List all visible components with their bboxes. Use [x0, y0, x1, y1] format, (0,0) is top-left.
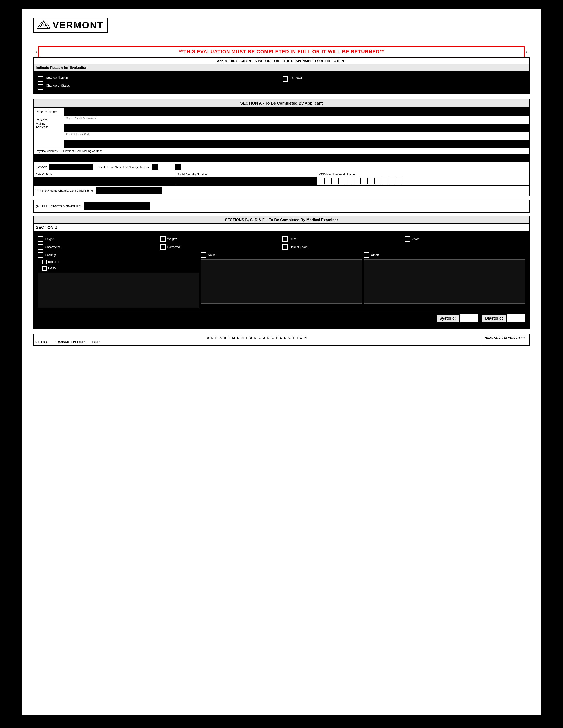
notes-col: Notes:: [201, 252, 362, 308]
responsibility-section: ANY MEDICAL CHARGES INCURRED ARE THE RES…: [33, 57, 530, 94]
patient-name-row: Patient's Name:: [34, 108, 529, 116]
weight-label: Weight:: [167, 237, 177, 241]
uncorrected-label: Uncorrected:: [45, 245, 61, 249]
vt-box-12[interactable]: [396, 178, 402, 184]
dept-right: MEDICAL DATE: MM/DD/YYYY: [481, 334, 529, 345]
pulse-checkbox[interactable]: [283, 236, 288, 242]
corrected-label: Corrected:: [167, 245, 181, 249]
street-placeholder: Street / Road / Box Number: [64, 116, 529, 124]
systolic-group: Systolic:: [437, 314, 478, 322]
reason-item-1: New Application: [38, 76, 280, 82]
dept-fields: RATER #: TRANSACTION TYPE: TYPE:: [35, 340, 479, 344]
vt-box-9[interactable]: [375, 178, 381, 184]
hearing-col: Hearing: Right Ear Left Ear: [38, 252, 199, 308]
hearing-sub-grid: Right Ear Left Ear: [42, 259, 59, 271]
vt-box-2[interactable]: [325, 178, 332, 184]
check-change-box2[interactable]: [175, 164, 181, 170]
logo-container: VERMONT: [33, 18, 107, 33]
vt-box-4[interactable]: [339, 178, 346, 184]
check-change-label: Check If The Above Is A Change To Your:: [98, 165, 150, 169]
reason-label-1: New Application: [46, 76, 68, 79]
reason-grid: New Application Renewal Change of Status: [34, 71, 529, 94]
weight-checkbox[interactable]: [160, 236, 165, 242]
systolic-input[interactable]: [460, 314, 478, 322]
logo-text: VERMONT: [53, 20, 103, 30]
vt-box-8[interactable]: [368, 178, 374, 184]
name-change-input[interactable]: [96, 187, 162, 194]
vt-box-7[interactable]: [360, 178, 367, 184]
arrow-right-icon: ←: [525, 49, 530, 55]
uncorrected-checkbox[interactable]: [38, 244, 43, 250]
right-ear-item: Right Ear: [42, 259, 59, 264]
dob-cell: Date Of Birth: [34, 172, 175, 185]
vision-checkbox[interactable]: [405, 236, 410, 242]
dept-title: D E P A R T M E N T U S E O N L Y S E C …: [35, 336, 479, 340]
gender-row: Gender: Check If The Above Is A Change T…: [34, 162, 529, 172]
address-fields: Street / Road / Box Number City / State …: [64, 116, 529, 148]
right-ear-checkbox[interactable]: [42, 260, 47, 264]
height-label: Height:: [45, 237, 54, 241]
other-field[interactable]: [364, 259, 525, 304]
hearing-checkbox[interactable]: [38, 252, 43, 258]
gender-input[interactable]: [49, 164, 93, 170]
reason-label-3: Change of Status: [46, 84, 70, 87]
checkbox-new-application[interactable]: [38, 76, 43, 82]
dob-input[interactable]: [34, 177, 175, 185]
indicate-reason-header: Indicate Reason for Evaluation: [34, 64, 529, 71]
hearing-item: Hearing:: [38, 252, 199, 258]
gender-cell: Gender:: [34, 162, 95, 172]
corrected-checkbox[interactable]: [160, 244, 165, 250]
height-checkbox[interactable]: [38, 236, 43, 242]
hearing-sub: Right Ear Left Ear: [42, 259, 199, 271]
physical-address-row: Physical Address – If Different From Mai…: [34, 148, 529, 154]
city-input[interactable]: [64, 140, 529, 148]
height-item: Height:: [38, 236, 158, 242]
check-change-box1[interactable]: [152, 164, 158, 170]
section-b-header: SECTIONS B, C, D & E – To Be Completed B…: [33, 216, 530, 223]
vision-label: Vision:: [412, 237, 420, 241]
checkbox-renewal[interactable]: [283, 76, 288, 82]
vt-box-3[interactable]: [332, 178, 339, 184]
checkbox-change-status[interactable]: [38, 84, 43, 90]
section-b-row3: Hearing: Right Ear Left Ear: [38, 252, 525, 308]
notes-checkbox[interactable]: [201, 252, 206, 258]
dob-ssn-vt-row: Date Of Birth Social Security Number VT …: [34, 172, 529, 186]
medical-date-label: MEDICAL DATE: MM/DD/YYYY: [485, 336, 526, 339]
empty-item: [405, 244, 525, 250]
city-placeholder: City / State / Zip Code: [64, 132, 529, 140]
pulse-label: Pulse:: [290, 237, 298, 241]
section-a-form: Patient's Name: Patient'sMailingAddress:…: [33, 108, 530, 196]
hearing-notes-field[interactable]: [38, 273, 199, 308]
diastolic-label: Diastolic:: [482, 315, 506, 322]
field-vision-checkbox[interactable]: [283, 244, 288, 250]
patient-name-input[interactable]: [64, 108, 529, 116]
ssn-input[interactable]: [175, 177, 317, 185]
patient-mailing-label: Patient'sMailingAddress:: [34, 116, 64, 148]
notes-field[interactable]: [201, 259, 362, 304]
vt-box-11[interactable]: [389, 178, 395, 184]
notes-header-item: Notes:: [201, 252, 362, 258]
vt-boxes: [317, 177, 529, 185]
other-checkbox[interactable]: [364, 252, 369, 258]
diastolic-input[interactable]: [507, 314, 525, 322]
vt-box-5[interactable]: [346, 178, 353, 184]
other-header-item: Other:: [364, 252, 525, 258]
uncorrected-item: Uncorrected:: [38, 244, 158, 250]
ssn-cell: Social Security Number: [175, 172, 317, 185]
street-input[interactable]: [64, 124, 529, 132]
rater-label: RATER #:: [35, 340, 48, 344]
pulse-item: Pulse:: [283, 236, 403, 242]
arrow-signature-icon: ➤: [36, 204, 39, 209]
section-b-body: Height: Weight: Pulse: Vision: Uncorrect…: [33, 232, 530, 329]
vt-box-10[interactable]: [382, 178, 388, 184]
alert-text: **THIS EVALUATION MUST BE COMPLETED IN F…: [38, 46, 525, 57]
signature-input[interactable]: [84, 202, 150, 210]
signature-label: APPLICANT'S SIGNATURE:: [41, 205, 82, 208]
left-ear-checkbox[interactable]: [42, 266, 47, 271]
physical-address-input[interactable]: [34, 154, 529, 162]
diastolic-group: Diastolic:: [482, 314, 525, 322]
vt-box-1[interactable]: [318, 178, 325, 184]
vt-box-6[interactable]: [353, 178, 360, 184]
dept-left: D E P A R T M E N T U S E O N L Y S E C …: [34, 334, 481, 345]
name-change-label: If This Is A Name Change, List Former Na…: [36, 189, 94, 192]
